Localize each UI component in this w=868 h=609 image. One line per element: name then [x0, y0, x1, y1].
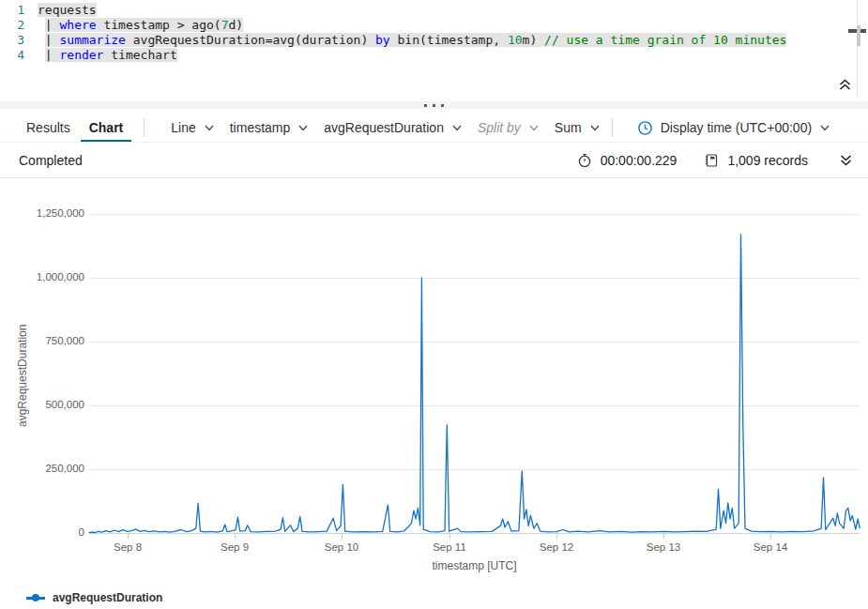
- chart-type-dropdown[interactable]: Line: [171, 120, 214, 135]
- code-token-plain: |: [45, 33, 60, 47]
- code-token-keyword: render: [59, 48, 103, 62]
- x-axis-value: timestamp: [230, 120, 291, 135]
- y-tick-label: 500,000: [0, 399, 84, 410]
- x-tick-label: Sep 8: [95, 541, 160, 553]
- chevron-down-icon: [819, 122, 830, 133]
- chart-layer: avgRequestDuration timestamp [UTC] 0250,…: [0, 178, 868, 582]
- y-axis-value: avgRequestDuration: [324, 120, 444, 135]
- code-row: 4 | render timechart: [0, 48, 849, 63]
- code-token-plain: requests: [38, 3, 97, 17]
- query-statusbar: Completed 00:00:00.229 1,009 records: [0, 143, 868, 178]
- chevron-down-icon: [528, 122, 540, 133]
- query-duration: 00:00:00.229: [601, 153, 678, 168]
- legend-item-avgRequestDuration[interactable]: avgRequestDuration: [26, 591, 162, 604]
- double-chevron-up-icon: [838, 78, 852, 92]
- split-by-dropdown[interactable]: Split by: [478, 120, 540, 135]
- collapse-editor-button[interactable]: [835, 75, 854, 94]
- y-tick-label: 0: [0, 526, 84, 538]
- y-tick-label: 250,000: [0, 463, 84, 474]
- x-axis-title: timestamp [UTC]: [89, 559, 860, 572]
- y-axis-dropdown[interactable]: avgRequestDuration: [324, 120, 463, 135]
- code-token-number: 10: [508, 33, 523, 47]
- x-tick-label: Sep 14: [738, 541, 803, 553]
- selection-highlight: | render timechart: [45, 48, 177, 62]
- series-marker-icon: [26, 597, 45, 600]
- logs-query-view: 1requests2 | where timestamp > ago(7d)3 …: [0, 0, 868, 609]
- code-token-keyword: summarize: [59, 33, 125, 47]
- chart-legend: avgRequestDuration: [26, 591, 162, 604]
- y-tick-label: 750,000: [0, 335, 84, 346]
- double-chevron-down-icon: [839, 153, 853, 167]
- split-by-value: Split by: [478, 120, 521, 135]
- code-line[interactable]: requests: [38, 3, 97, 18]
- tab-results[interactable]: Results: [17, 114, 80, 142]
- code-line[interactable]: | render timechart: [38, 48, 177, 63]
- code-token-plain: d): [229, 18, 244, 32]
- selection-highlight: requests: [38, 3, 97, 17]
- display-time-value: Display time (UTC+00:00): [661, 120, 812, 135]
- series-line: [89, 235, 860, 533]
- code-token-keyword: where: [59, 18, 96, 32]
- tab-chart-label: Chart: [89, 120, 124, 135]
- x-tick-label: Sep 9: [202, 541, 267, 553]
- y-tick-label: 1,250,000: [0, 207, 84, 219]
- stopwatch-icon: [577, 153, 592, 168]
- code-token-plain: |: [45, 18, 60, 32]
- chart-type-value: Line: [171, 120, 195, 135]
- editor-scrollbar-thumb[interactable]: [857, 25, 860, 46]
- splitter-grip-dot: [441, 104, 444, 107]
- editor-scrollbar[interactable]: [857, 0, 858, 98]
- selection-highlight: | summarize avgRequestDuration=avg(durat…: [45, 33, 787, 47]
- code-row: 3 | summarize avgRequestDuration=avg(dur…: [0, 33, 849, 48]
- timechart-plot[interactable]: [89, 183, 860, 540]
- status-metrics: 00:00:00.229 1,009 records: [577, 143, 856, 177]
- code-token-keyword: by: [375, 33, 390, 47]
- code-token-plain: |: [45, 48, 60, 62]
- aggregation-dropdown[interactable]: Sum: [555, 120, 601, 135]
- legend-label: avgRequestDuration: [53, 591, 162, 604]
- x-tick-label: Sep 11: [417, 541, 482, 553]
- code-token-plain: avgRequestDuration=avg(duration): [126, 33, 375, 47]
- chevron-down-icon: [297, 122, 309, 133]
- toolbar-divider: [144, 118, 145, 137]
- code-token-comment: // use a time grain of 10 minutes: [544, 33, 786, 47]
- aggregation-value: Sum: [555, 120, 582, 135]
- toolbar-divider: [612, 118, 613, 137]
- chevron-down-icon: [589, 122, 601, 133]
- display-time-dropdown[interactable]: Display time (UTC+00:00): [637, 120, 830, 136]
- line-number: 2: [0, 18, 24, 33]
- x-tick-label: Sep 13: [631, 541, 696, 553]
- series-marker-dot: [32, 594, 39, 601]
- code-token-plain: m): [523, 33, 544, 47]
- chevron-down-icon: [451, 122, 463, 133]
- code-line[interactable]: | where timestamp > ago(7d): [38, 18, 243, 33]
- clock-icon: [637, 120, 653, 136]
- splitter-grip-dot: [424, 104, 427, 107]
- tab-results-label: Results: [26, 120, 70, 135]
- status-badge: Completed: [19, 153, 83, 168]
- editor-lines: 1requests2 | where timestamp > ago(7d)3 …: [0, 3, 849, 63]
- results-toolbar: Results Chart Line timestamp avgRequestD…: [0, 114, 868, 143]
- pane-splitter[interactable]: [0, 101, 868, 109]
- code-row: 1requests: [0, 3, 849, 18]
- x-tick-label: Sep 10: [309, 541, 374, 553]
- x-tick-label: Sep 12: [524, 541, 589, 553]
- record-count: 1,009 records: [727, 153, 808, 168]
- y-tick-label: 1,000,000: [0, 271, 84, 282]
- code-token-number: 7: [221, 18, 229, 32]
- notebook-icon: [704, 153, 719, 168]
- code-token-plain: timechart: [103, 48, 176, 62]
- selection-highlight: | where timestamp > ago(7d): [45, 18, 243, 32]
- line-number: 3: [0, 33, 24, 48]
- line-number: 4: [0, 48, 24, 63]
- query-editor[interactable]: 1requests2 | where timestamp > ago(7d)3 …: [0, 0, 868, 98]
- x-axis-dropdown[interactable]: timestamp: [230, 120, 310, 135]
- splitter-grip-dot: [433, 104, 435, 107]
- code-token-plain: bin(timestamp,: [390, 33, 508, 47]
- chevron-down-icon: [204, 122, 215, 133]
- code-token-plain: timestamp > ago(: [97, 18, 221, 32]
- code-line[interactable]: | summarize avgRequestDuration=avg(durat…: [38, 33, 786, 48]
- code-row: 2 | where timestamp > ago(7d): [0, 18, 849, 33]
- expand-results-button[interactable]: [835, 150, 856, 171]
- tab-chart[interactable]: Chart: [80, 114, 133, 142]
